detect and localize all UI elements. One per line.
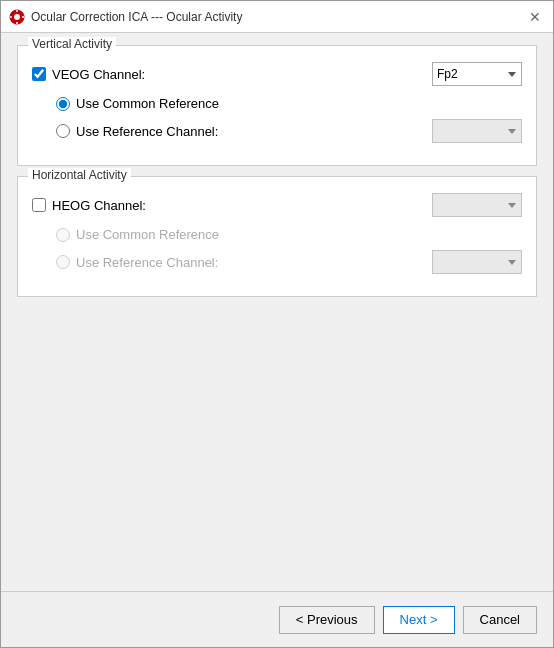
heog-ref-channel-dropdown[interactable] (432, 250, 522, 274)
veog-ref-channel-radio[interactable] (56, 124, 70, 138)
svg-point-1 (14, 14, 20, 20)
footer: < Previous Next > Cancel (1, 591, 553, 647)
app-icon (9, 9, 25, 25)
veog-common-ref-row: Use Common Reference (56, 96, 522, 111)
heog-checkbox[interactable] (32, 198, 46, 212)
horizontal-activity-section: Horizontal Activity HEOG Channel: Use Co… (17, 176, 537, 297)
veog-channel-row: VEOG Channel: Fp2 Fp1 F3 F4 (32, 62, 522, 86)
main-window: Ocular Correction ICA --- Ocular Activit… (0, 0, 554, 648)
veog-common-ref-radio[interactable] (56, 97, 70, 111)
heog-common-ref-label: Use Common Reference (76, 227, 219, 242)
next-button[interactable]: Next > (383, 606, 455, 634)
previous-button[interactable]: < Previous (279, 606, 375, 634)
title-bar: Ocular Correction ICA --- Ocular Activit… (1, 1, 553, 33)
heog-ref-channel-row: Use Reference Channel: (56, 250, 522, 274)
vertical-activity-section: Vertical Activity VEOG Channel: Fp2 Fp1 … (17, 45, 537, 166)
close-button[interactable]: ✕ (525, 7, 545, 27)
heog-channel-label: HEOG Channel: (52, 198, 146, 213)
heog-common-ref-row: Use Common Reference (56, 227, 522, 242)
heog-ref-channel-label: Use Reference Channel: (76, 255, 218, 270)
heog-channel-row: HEOG Channel: (32, 193, 522, 217)
heog-dropdown[interactable] (432, 193, 522, 217)
horizontal-section-label: Horizontal Activity (28, 168, 131, 182)
veog-dropdown[interactable]: Fp2 Fp1 F3 F4 (432, 62, 522, 86)
vertical-section-label: Vertical Activity (28, 37, 116, 51)
cancel-button[interactable]: Cancel (463, 606, 537, 634)
veog-common-ref-label: Use Common Reference (76, 96, 219, 111)
veog-channel-label: VEOG Channel: (52, 67, 145, 82)
heog-common-ref-radio[interactable] (56, 228, 70, 242)
main-content: Vertical Activity VEOG Channel: Fp2 Fp1 … (1, 33, 553, 591)
veog-ref-channel-label: Use Reference Channel: (76, 124, 218, 139)
heog-ref-channel-radio[interactable] (56, 255, 70, 269)
veog-ref-channel-row: Use Reference Channel: (56, 119, 522, 143)
window-title: Ocular Correction ICA --- Ocular Activit… (31, 10, 242, 24)
veog-ref-channel-dropdown[interactable] (432, 119, 522, 143)
veog-checkbox[interactable] (32, 67, 46, 81)
